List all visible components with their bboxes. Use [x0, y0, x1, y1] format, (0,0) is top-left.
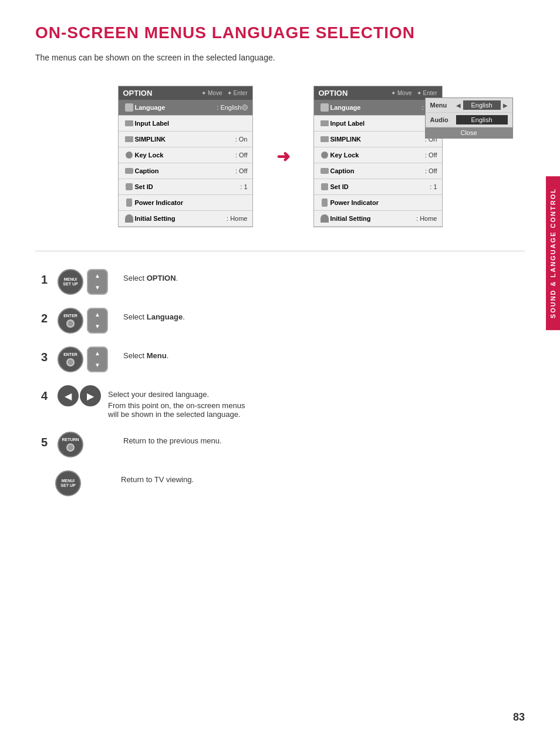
step-6-buttons: MENU/ SET UP [55, 470, 114, 496]
menu2-row-powerindicator: Power Indicator [314, 195, 442, 211]
option-menu-2-wrapper: OPTION ✦ Move ✦ Enter Language : Eng Inp… [313, 86, 443, 227]
step-2-down-arrow: ▼ [95, 323, 100, 330]
language-popup: Menu ◀ English ▶ Audio English Close [425, 97, 513, 139]
transition-arrow: ➜ [276, 147, 290, 166]
page-title: ON-SCREEN MENUS LANGUAGE SELECTION [35, 23, 525, 42]
menu2-row-caption: Caption : Off [314, 163, 442, 179]
menu2-row-initialsetting: Initial Setting : Home [314, 211, 442, 227]
step-3-ud-arrows[interactable]: ▲ ▼ [87, 346, 108, 372]
step-2-ud-arrows[interactable]: ▲ ▼ [87, 308, 108, 334]
step-5-return-button[interactable]: RETURN [58, 432, 83, 457]
step-2-buttons: ENTER ▲ ▼ [58, 308, 116, 334]
popup-audio-row: Audio English [426, 113, 512, 127]
step-3-down-arrow: ▼ [95, 362, 100, 369]
step-2-text: Select Language. [123, 308, 525, 321]
step-2-enter-button[interactable]: ENTER [58, 308, 83, 334]
step-6-text: Return to TV viewing. [121, 470, 525, 484]
screenshots-area: OPTION ✦ Move ✦ Enter Language : English… [35, 86, 525, 227]
step-1-buttons: MENU/ SET UP ▲ ▼ [58, 269, 116, 295]
step-3-buttons: ENTER ▲ ▼ [58, 346, 116, 372]
menu1-row-keylock: Key Lock : Off [119, 147, 252, 163]
step-2-row: 2 ENTER ▲ ▼ Select Language. [41, 308, 525, 334]
popup-close-button[interactable]: Close [426, 127, 512, 138]
step-1-up-arrow: ▲ [95, 272, 100, 280]
step-4-number: 4 [41, 390, 50, 402]
option-menu-2: OPTION ✦ Move ✦ Enter Language : Eng Inp… [313, 86, 443, 227]
step-6-row: MENU/ SET UP Return to TV viewing. [55, 470, 525, 496]
step-5-text: Return to the previous menu. [123, 432, 525, 445]
step-1-row: 1 MENU/ SET UP ▲ ▼ Select OPTION. [41, 269, 525, 295]
step-3-text: Select Menu. [123, 346, 525, 360]
step-4-text: Select your desired language. From this … [108, 385, 525, 419]
page-number: 83 [513, 711, 525, 724]
step-4-left-button[interactable]: ◀ [58, 385, 79, 406]
menu1-row-setid: Set ID : 1 [119, 179, 252, 195]
subtitle: The menus can be shown on the screen in … [35, 53, 525, 62]
menu1-row-inputlabel: Input Label [119, 116, 252, 132]
section-divider [35, 251, 525, 251]
menu2-header: OPTION ✦ Move ✦ Enter [314, 86, 442, 100]
step-1-number: 1 [41, 274, 50, 285]
menu2-row-inputlabel: Input Label [314, 116, 442, 132]
page-content: ON-SCREEN MENUS LANGUAGE SELECTION The m… [0, 0, 560, 544]
popup-audio-value: English [456, 115, 508, 124]
menu1-icon-language [123, 102, 135, 113]
step-6-menu-button[interactable]: MENU/ SET UP [55, 470, 81, 496]
steps-area: 1 MENU/ SET UP ▲ ▼ Select OPTION. 2 ENTE [35, 269, 525, 496]
step-2-up-arrow: ▲ [95, 311, 100, 318]
step-3-number: 3 [41, 351, 50, 363]
menu2-row-setid: Set ID : 1 [314, 179, 442, 195]
option-menu-1: OPTION ✦ Move ✦ Enter Language : English… [118, 86, 253, 227]
menu1-nav-hint: ✦ Move ✦ Enter [201, 90, 247, 96]
step-4-right-button[interactable]: ▶ [80, 385, 101, 406]
menu1-row-powerindicator: Power Indicator [119, 195, 252, 211]
step-2-number: 2 [41, 312, 50, 324]
popup-menu-value: English [463, 100, 501, 110]
menu1-row-simplink: SIMPLINK : On [119, 132, 252, 147]
step-3-up-arrow: ▲ [95, 350, 100, 357]
menu2-row-simplink: SIMPLINK : On [314, 132, 442, 147]
step-5-buttons: RETURN [58, 432, 116, 457]
menu1-row-caption: Caption : Off [119, 163, 252, 179]
menu2-row-language: Language : Eng [314, 100, 442, 116]
menu1-title: OPTION [123, 89, 153, 97]
step-1-text: Select OPTION. [123, 269, 525, 282]
step-3-row: 3 ENTER ▲ ▼ Select Menu. [41, 346, 525, 372]
step-5-row: 5 RETURN Return to the previous menu. [41, 432, 525, 457]
menu2-row-keylock: Key Lock : Off [314, 147, 442, 163]
popup-menu-row: Menu ◀ English ▶ [426, 98, 512, 113]
menu1-row-language: Language : English [119, 100, 252, 116]
step-1-down-arrow: ▼ [95, 284, 100, 291]
step-3-enter-button[interactable]: ENTER [58, 346, 83, 372]
menu1-header: OPTION ✦ Move ✦ Enter [119, 86, 252, 100]
step-4-buttons: ◀ ▶ [58, 385, 101, 406]
step-1-menu-button[interactable]: MENU/ SET UP [58, 269, 83, 295]
step-5-number: 5 [41, 436, 50, 448]
step-4-row: 4 ◀ ▶ Select your desired language. From… [41, 385, 525, 419]
menu1-row-initialsetting: Initial Setting : Home [119, 211, 252, 227]
step-1-ud-arrows[interactable]: ▲ ▼ [87, 269, 108, 295]
sidebar-label: SOUND & LANGUAGE CONTROL [546, 176, 560, 330]
